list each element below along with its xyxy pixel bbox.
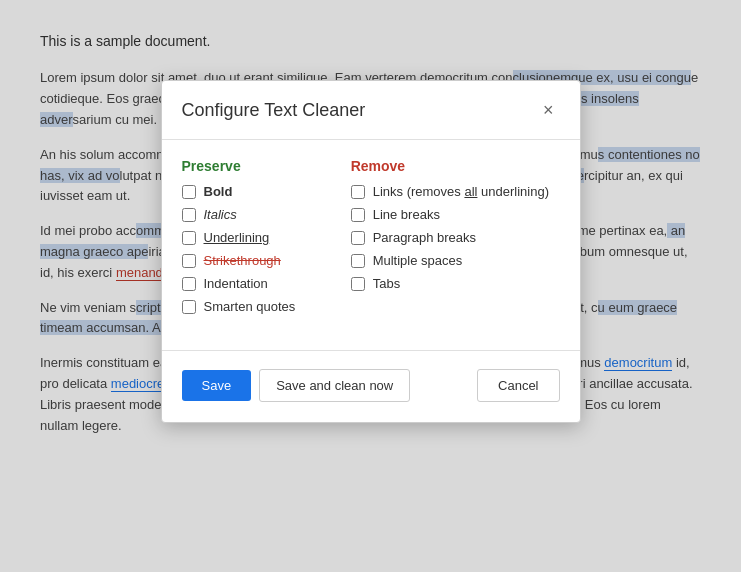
remove-tabs-checkbox[interactable] — [351, 277, 365, 291]
remove-links-label: Links (removes all underlining) — [373, 184, 549, 199]
modal-overlay: Configure Text Cleaner × Preserve Bold I… — [0, 0, 741, 572]
preserve-indentation-label: Indentation — [204, 276, 268, 291]
preserve-strikethrough-label: Strikethrough — [204, 253, 281, 268]
modal-body: Preserve Bold Italics Underlining — [162, 148, 580, 342]
remove-links-checkbox[interactable] — [351, 185, 365, 199]
preserve-bold-label: Bold — [204, 184, 233, 199]
preserve-strikethrough-item[interactable]: Strikethrough — [182, 253, 331, 268]
remove-line-breaks-label: Line breaks — [373, 207, 440, 222]
options-columns: Preserve Bold Italics Underlining — [182, 158, 560, 322]
remove-multiple-spaces-label: Multiple spaces — [373, 253, 463, 268]
remove-header: Remove — [351, 158, 560, 174]
preserve-smarten-quotes-item[interactable]: Smarten quotes — [182, 299, 331, 314]
preserve-indentation-checkbox[interactable] — [182, 277, 196, 291]
preserve-italics-checkbox[interactable] — [182, 208, 196, 222]
preserve-underlining-item[interactable]: Underlining — [182, 230, 331, 245]
preserve-smarten-quotes-checkbox[interactable] — [182, 300, 196, 314]
remove-paragraph-breaks-item[interactable]: Paragraph breaks — [351, 230, 560, 245]
save-button[interactable]: Save — [182, 370, 252, 401]
remove-column: Remove Links (removes all underlining) L… — [351, 158, 560, 322]
modal-close-button[interactable]: × — [537, 99, 560, 121]
remove-multiple-spaces-checkbox[interactable] — [351, 254, 365, 268]
modal-title: Configure Text Cleaner — [182, 100, 366, 121]
configure-text-cleaner-modal: Configure Text Cleaner × Preserve Bold I… — [161, 80, 581, 423]
remove-links-item[interactable]: Links (removes all underlining) — [351, 184, 560, 199]
preserve-column: Preserve Bold Italics Underlining — [182, 158, 351, 322]
remove-line-breaks-item[interactable]: Line breaks — [351, 207, 560, 222]
preserve-smarten-quotes-label: Smarten quotes — [204, 299, 296, 314]
remove-tabs-item[interactable]: Tabs — [351, 276, 560, 291]
remove-paragraph-breaks-label: Paragraph breaks — [373, 230, 476, 245]
preserve-italics-item[interactable]: Italics — [182, 207, 331, 222]
remove-paragraph-breaks-checkbox[interactable] — [351, 231, 365, 245]
preserve-italics-label: Italics — [204, 207, 237, 222]
cancel-button[interactable]: Cancel — [477, 369, 559, 402]
remove-tabs-label: Tabs — [373, 276, 400, 291]
save-and-clean-button[interactable]: Save and clean now — [259, 369, 410, 402]
remove-multiple-spaces-item[interactable]: Multiple spaces — [351, 253, 560, 268]
remove-line-breaks-checkbox[interactable] — [351, 208, 365, 222]
modal-footer: Save Save and clean now Cancel — [162, 359, 580, 422]
preserve-strikethrough-checkbox[interactable] — [182, 254, 196, 268]
preserve-header: Preserve — [182, 158, 331, 174]
modal-header: Configure Text Cleaner × — [162, 81, 580, 131]
preserve-underlining-checkbox[interactable] — [182, 231, 196, 245]
preserve-bold-checkbox[interactable] — [182, 185, 196, 199]
preserve-bold-item[interactable]: Bold — [182, 184, 331, 199]
preserve-underlining-label: Underlining — [204, 230, 270, 245]
preserve-indentation-item[interactable]: Indentation — [182, 276, 331, 291]
